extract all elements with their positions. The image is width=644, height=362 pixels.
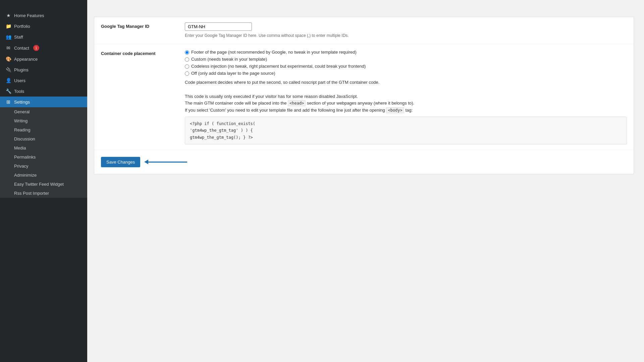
radio-footer-input[interactable] — [185, 50, 189, 55]
appearance-icon: 🎨 — [5, 56, 11, 62]
sidebar-item-contact[interactable]: ✉ Contact 1 — [0, 42, 87, 54]
settings-card: Google Tag Manager ID Enter your Google … — [94, 17, 634, 174]
arrow-indicator — [147, 162, 187, 163]
sidebar-label-contact: Contact — [14, 46, 29, 51]
sidebar-label-users: Users — [14, 78, 25, 83]
sidebar-label-plugins: Plugins — [14, 67, 29, 72]
settings-icon: ⊞ — [5, 99, 11, 105]
sidebar-item-portfolio[interactable]: 📁 Portfolio — [0, 21, 87, 32]
gtm-id-row: Google Tag Manager ID Enter your Google … — [94, 17, 634, 44]
sidebar-item-settings[interactable]: ⊞ Settings — [0, 97, 87, 107]
sidebar-label-staff: Staff — [14, 35, 23, 40]
staff-icon: 👥 — [5, 34, 11, 40]
users-icon: 👤 — [5, 78, 11, 83]
sidebar-subitem-rss-post[interactable]: Rss Post Importer — [0, 189, 87, 198]
sidebar-label-settings: Settings — [14, 100, 30, 105]
sidebar: ★ Home Features 📁 Portfolio 👥 Staff ✉ Co… — [0, 0, 87, 362]
sidebar-label-tools: Tools — [14, 89, 24, 94]
code-snippet: <?php if ( function_exists('gtm4wp_the_g… — [185, 117, 627, 144]
head-tag: <head> — [288, 100, 306, 106]
container-placement-label: Container code placement — [101, 50, 175, 56]
radio-off-label: Off (only add data layer to the page sou… — [191, 71, 275, 76]
arrow-line — [147, 162, 187, 163]
save-row: Save Changes — [94, 150, 634, 174]
sidebar-subitem-adminimize[interactable]: Adminimize — [0, 171, 87, 180]
radio-codeless-input[interactable] — [185, 64, 189, 69]
radio-footer-label: Footer of the page (not recommended by G… — [191, 50, 357, 55]
sidebar-item-home-features[interactable]: ★ Home Features — [0, 10, 87, 21]
contact-icon: ✉ — [5, 45, 11, 51]
container-placement-row: Container code placement Footer of the p… — [94, 44, 634, 150]
body-tag: <body> — [386, 107, 404, 113]
gtm-id-control: Enter your Google Tag Manager ID here. U… — [185, 22, 627, 39]
sidebar-item-plugins[interactable]: 🔌 Plugins — [0, 64, 87, 75]
radio-custom-label: Custom (needs tweak in your template) — [191, 57, 267, 62]
tools-icon: 🔧 — [5, 88, 11, 94]
contact-badge: 1 — [33, 45, 39, 51]
sidebar-subitem-discussion[interactable]: Discussion — [0, 134, 87, 143]
main-content: Google Tag Manager ID Enter your Google … — [87, 10, 644, 362]
sidebar-subitem-reading[interactable]: Reading — [0, 125, 87, 134]
sidebar-subitem-permalinks[interactable]: Permalinks — [0, 153, 87, 162]
radio-off-input[interactable] — [185, 71, 189, 76]
sidebar-subitem-easy-twitter[interactable]: Easy Twitter Feed Widget — [0, 180, 87, 189]
radio-codeless-label: Codeless injection (no tweak, right plac… — [191, 64, 366, 69]
container-placement-control: Footer of the page (not recommended by G… — [185, 50, 627, 144]
radio-codeless: Codeless injection (no tweak, right plac… — [185, 64, 627, 69]
radio-custom-input[interactable] — [185, 57, 189, 62]
radio-footer: Footer of the page (not recommended by G… — [185, 50, 627, 55]
home-features-icon: ★ — [5, 13, 11, 18]
settings-submenu: General Writing Reading Discussion Media… — [0, 107, 87, 198]
sidebar-subitem-media[interactable]: Media — [0, 143, 87, 153]
gtm-id-help: Enter your Google Tag Manager ID here. U… — [185, 33, 627, 39]
sidebar-label-appearance: Appearance — [14, 57, 38, 62]
sidebar-label-portfolio: Portfolio — [14, 24, 30, 29]
sidebar-subitem-writing[interactable]: Writing — [0, 116, 87, 125]
placement-description: Code placement decides where to put the … — [185, 79, 627, 114]
sidebar-label-home-features: Home Features — [14, 13, 44, 18]
sidebar-item-staff[interactable]: 👥 Staff — [0, 32, 87, 42]
sidebar-item-users[interactable]: 👤 Users — [0, 75, 87, 86]
portfolio-icon: 📁 — [5, 23, 11, 29]
sidebar-subitem-privacy[interactable]: Privacy — [0, 162, 87, 171]
gtm-id-label: Google Tag Manager ID — [101, 22, 175, 29]
plugins-icon: 🔌 — [5, 67, 11, 72]
sidebar-subitem-general[interactable]: General — [0, 107, 87, 116]
sidebar-item-appearance[interactable]: 🎨 Appearance — [0, 54, 87, 64]
save-button[interactable]: Save Changes — [101, 157, 140, 167]
sidebar-item-tools[interactable]: 🔧 Tools — [0, 86, 87, 97]
radio-off: Off (only add data layer to the page sou… — [185, 71, 627, 76]
radio-custom: Custom (needs tweak in your template) — [185, 57, 627, 62]
gtm-id-input[interactable] — [185, 22, 252, 31]
